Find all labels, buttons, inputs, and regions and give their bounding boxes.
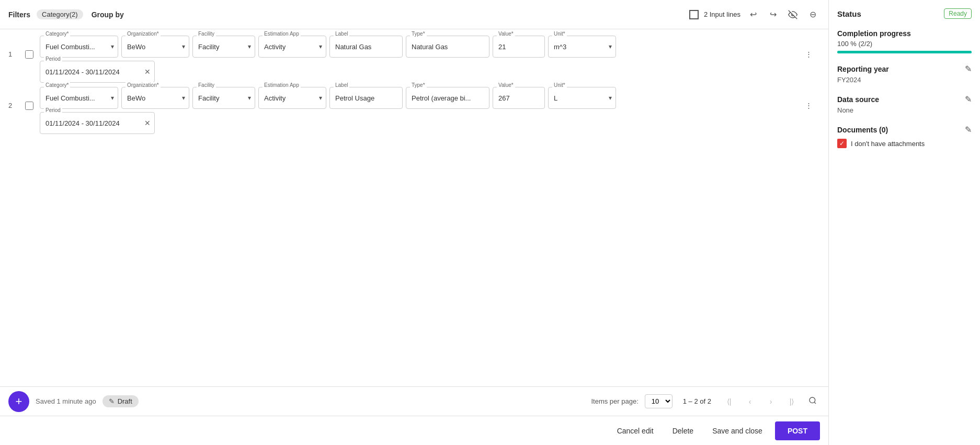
row-2-value-input[interactable] <box>493 87 545 109</box>
row-2-org-select[interactable]: BeWo <box>121 87 189 109</box>
input-lines-label: 2 Input lines <box>704 10 740 18</box>
bottom-bar: + Saved 1 minute ago ✎ Draft Items per p… <box>0 386 828 416</box>
row-2-unit-label: Unit* <box>552 82 567 88</box>
save-close-button[interactable]: Save and close <box>706 422 769 439</box>
row-1-type-label: Type* <box>410 31 427 37</box>
row-2-org-field: Organization* BeWo <box>121 87 189 109</box>
documents-section: Documents (0) ✎ ✓ I don't have attachmen… <box>837 125 972 148</box>
row-2-facility-select[interactable]: Facility <box>192 87 255 109</box>
row-1-unit-select[interactable]: m^3 <box>548 36 616 58</box>
row-2-type-label: Type* <box>410 82 427 88</box>
last-page-button[interactable]: |⟩ <box>784 394 799 409</box>
progress-bar-fill <box>837 51 972 53</box>
edit-icon: ✎ <box>109 397 115 405</box>
redo-button[interactable]: ↪ <box>766 7 780 22</box>
row-2-label-label: Label <box>334 82 349 88</box>
row-2-estimation-field: Estimation App Activity <box>258 87 326 109</box>
row-1-facility-label: Facility <box>197 31 216 37</box>
items-per-page-label: Items per page: <box>591 397 638 405</box>
row-1-facility-select[interactable]: Facility <box>192 36 255 58</box>
row-1-more-menu[interactable]: ⋮ <box>805 36 820 58</box>
row-1-top-fields: Category* Fuel Combusti... Organization*… <box>40 36 801 58</box>
sidebar: Status Ready Completion progress 100 % (… <box>828 0 980 445</box>
row-1-period-input[interactable] <box>40 61 155 83</box>
row-2-label-input[interactable] <box>329 87 403 109</box>
row-number-1: 1 <box>8 36 21 58</box>
row-1-period-field: Period ✕ <box>40 61 155 83</box>
cancel-edit-button[interactable]: Cancel edit <box>611 422 660 439</box>
toolbar: Filters Category(2) Group by 2 Input lin… <box>0 0 828 29</box>
documents-edit-button[interactable]: ✎ <box>965 125 972 135</box>
row-2-category-field: Category* Fuel Combusti... <box>40 87 118 109</box>
data-source-section: Data source ✎ None <box>837 94 972 114</box>
row-2-label-field: Label <box>329 87 403 109</box>
row-1-unit-label: Unit* <box>552 31 567 37</box>
row-2-estimation-select[interactable]: Activity <box>258 87 326 109</box>
row-2-category-select[interactable]: Fuel Combusti... <box>40 87 118 109</box>
first-page-button[interactable]: ⟨| <box>722 394 736 409</box>
reporting-year-edit-button[interactable]: ✎ <box>965 64 972 74</box>
row-1-category-label: Category* <box>44 31 70 37</box>
data-source-title: Data source <box>837 95 879 104</box>
post-button[interactable]: POST <box>775 421 820 440</box>
row-2-checkbox[interactable] <box>25 102 33 110</box>
add-row-button[interactable]: + <box>8 391 29 412</box>
category-badge[interactable]: Category(2) <box>37 9 83 19</box>
documents-title: Documents (0) <box>837 126 888 134</box>
content-area: 1 Category* Fuel Combusti... Organizatio… <box>0 29 828 386</box>
filters-label: Filters <box>8 10 30 19</box>
row-2-facility-label: Facility <box>197 82 216 88</box>
sidebar-status: Status Ready <box>837 8 972 19</box>
row-1-facility-field: Facility Facility <box>192 36 255 58</box>
row-2-unit-select[interactable]: L <box>548 87 616 109</box>
draft-label: Draft <box>118 397 132 405</box>
search-button[interactable] <box>805 394 820 409</box>
row-2-period-clear[interactable]: ✕ <box>144 119 151 127</box>
row-2-facility-field: Facility Facility <box>192 87 255 109</box>
hide-button[interactable] <box>785 7 800 22</box>
reporting-year-section: Reporting year ✎ FY2024 <box>837 64 972 84</box>
row-1-label-input[interactable] <box>329 36 403 58</box>
row-1-label-label: Label <box>334 31 349 37</box>
row-1-category-field: Category* Fuel Combusti... <box>40 36 118 58</box>
select-all-checkbox[interactable] <box>689 10 699 19</box>
row-checkbox-1[interactable] <box>25 36 36 60</box>
row-2-estimation-label: Estimation App <box>263 82 301 88</box>
row-1-period-label: Period <box>44 56 62 62</box>
draft-toggle[interactable]: ✎ Draft <box>102 395 139 407</box>
input-row-1: 1 Category* Fuel Combusti... Organizatio… <box>8 36 820 83</box>
no-attachments-checkbox[interactable]: ✓ <box>837 139 847 148</box>
no-attachments-label: I don't have attachments <box>851 140 925 148</box>
reporting-year-title: Reporting year <box>837 65 889 73</box>
row-1-value-label: Value* <box>497 31 515 37</box>
close-button[interactable]: ⊖ <box>805 7 820 22</box>
row-1-checkbox[interactable] <box>25 50 33 59</box>
row-2-type-input[interactable] <box>406 87 489 109</box>
row-1-period-clear[interactable]: ✕ <box>144 68 151 76</box>
data-source-value: None <box>837 106 972 114</box>
row-checkbox-2[interactable] <box>25 87 36 112</box>
row-1-org-select[interactable]: BeWo <box>121 36 189 58</box>
undo-button[interactable]: ↩ <box>746 7 760 22</box>
row-2-period-label: Period <box>44 107 62 113</box>
row-1-value-input[interactable] <box>493 36 545 58</box>
row-1-estimation-label: Estimation App <box>263 31 301 37</box>
row-1-type-input[interactable] <box>406 36 489 58</box>
row-2-period-input[interactable] <box>40 112 155 134</box>
items-per-page-select[interactable]: 10 <box>645 394 673 408</box>
sidebar-status-title: Status <box>837 9 861 18</box>
row-1-estimation-select[interactable]: Activity <box>258 36 326 58</box>
row-1-category-select[interactable]: Fuel Combusti... <box>40 36 118 58</box>
row-2-period-row: Period ✕ <box>40 112 801 134</box>
row-1-unit-field: Unit* m^3 <box>548 36 616 58</box>
row-number-2: 2 <box>8 87 21 109</box>
data-source-edit-button[interactable]: ✎ <box>965 94 972 104</box>
row-2-more-menu[interactable]: ⋮ <box>805 87 820 109</box>
next-page-button[interactable]: › <box>764 394 778 409</box>
delete-button[interactable]: Delete <box>666 422 700 439</box>
completion-pct: 100 % (2/2) <box>837 40 972 48</box>
prev-page-button[interactable]: ‹ <box>743 394 757 409</box>
row-1-period-row: Period ✕ <box>40 61 801 83</box>
row-1-type-field: Type* <box>406 36 489 58</box>
status-badge: Ready <box>944 8 972 19</box>
